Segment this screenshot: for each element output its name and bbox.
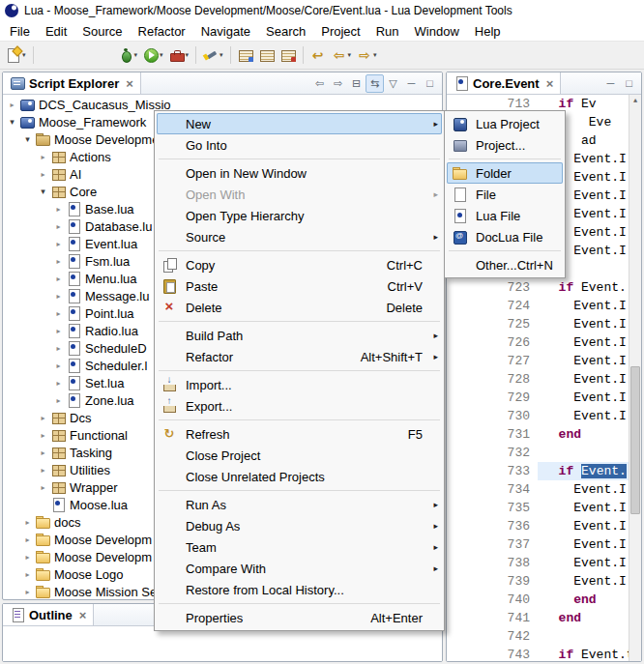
- activate-task-button[interactable]: [278, 43, 299, 67]
- context-menuitem-team[interactable]: Team▸: [157, 536, 442, 558]
- menubar-refactor[interactable]: Refactor: [131, 22, 193, 41]
- new-submenu-item-other[interactable]: Other...Ctrl+N: [447, 254, 563, 275]
- menubar-project[interactable]: Project: [313, 22, 367, 41]
- expander-icon[interactable]: ▸: [51, 274, 66, 283]
- menubar-window[interactable]: Window: [407, 22, 467, 41]
- context-menuitem-open-with[interactable]: Open With▸: [157, 184, 442, 205]
- expander-icon[interactable]: ▸: [51, 361, 66, 370]
- maximize-button[interactable]: □: [620, 74, 638, 93]
- menubar-source[interactable]: Source: [74, 22, 130, 41]
- dropdown-arrow-icon[interactable]: ▾: [22, 51, 26, 59]
- expander-icon[interactable]: ▾: [36, 187, 50, 196]
- forward-button[interactable]: ⇨▾: [354, 43, 380, 67]
- expander-icon[interactable]: ▸: [51, 205, 66, 214]
- code-text[interactable]: Event.I: [538, 315, 629, 333]
- menubar-navigate[interactable]: Navigate: [193, 22, 258, 41]
- expander-icon[interactable]: ▾: [5, 117, 19, 127]
- expander-icon[interactable]: ▸: [51, 240, 66, 248]
- maximize-button[interactable]: □: [421, 74, 439, 93]
- context-menuitem-close-unrelated-projects[interactable]: Close Unrelated Projects: [157, 466, 442, 487]
- expander-icon[interactable]: ▸: [20, 553, 35, 562]
- context-menuitem-export[interactable]: Export...: [157, 395, 442, 417]
- code-text[interactable]: if Event.: [538, 278, 629, 297]
- expander-icon[interactable]: ▸: [51, 292, 66, 301]
- context-menuitem-delete[interactable]: DeleteDelete: [157, 297, 442, 318]
- editor-vertical-scrollbar[interactable]: ▲: [629, 95, 641, 661]
- context-menuitem-open-type-hierarchy[interactable]: Open Type Hierarchy: [157, 205, 442, 226]
- context-menuitem-open-in-new-window[interactable]: Open in New Window: [157, 162, 442, 184]
- code-text[interactable]: end: [538, 425, 629, 444]
- collapse-all-button[interactable]: ⊟: [347, 74, 366, 93]
- code-text[interactable]: Event.I: [538, 389, 629, 407]
- run-button[interactable]: ▾: [140, 43, 166, 67]
- dropdown-arrow-icon[interactable]: ▾: [160, 51, 163, 59]
- task-list-button[interactable]: [256, 43, 278, 67]
- expander-icon[interactable]: ▸: [51, 379, 66, 388]
- view-menu-button[interactable]: ▽: [384, 74, 402, 93]
- menubar-file[interactable]: File: [2, 22, 38, 41]
- context-menuitem-build-path[interactable]: Build Path▸: [157, 325, 442, 346]
- open-task-button[interactable]: [235, 43, 256, 67]
- expander-icon[interactable]: ▸: [20, 570, 35, 579]
- back-button[interactable]: ⇦▾: [329, 43, 355, 67]
- expander-icon[interactable]: ▸: [36, 431, 50, 440]
- context-menuitem-copy[interactable]: CopyCtrl+C: [157, 254, 442, 275]
- new-submenu-item-doclua-file[interactable]: DocLua File: [447, 226, 563, 247]
- tab-core-event[interactable]: Core.Event ×: [447, 72, 561, 94]
- menubar-help[interactable]: Help: [467, 22, 509, 41]
- code-text[interactable]: Event.I: [538, 480, 629, 499]
- code-text[interactable]: Event.I: [538, 535, 629, 554]
- code-text[interactable]: Event.I: [538, 407, 629, 425]
- code-text[interactable]: Event.I: [538, 572, 629, 591]
- expander-icon[interactable]: ▸: [51, 327, 66, 335]
- menubar-search[interactable]: Search: [258, 22, 313, 41]
- context-menuitem-paste[interactable]: PasteCtrl+V: [157, 275, 442, 297]
- code-text[interactable]: Event.I: [538, 517, 629, 535]
- new-submenu-item-folder[interactable]: Folder: [447, 162, 563, 184]
- dropdown-arrow-icon[interactable]: ▾: [373, 51, 377, 59]
- menubar-edit[interactable]: Edit: [38, 22, 74, 41]
- link-with-editor-button[interactable]: ⇆: [366, 74, 384, 93]
- dropdown-arrow-icon[interactable]: ▾: [220, 51, 223, 59]
- scrollbar-thumb[interactable]: [630, 366, 640, 513]
- scroll-up-icon[interactable]: ▲: [629, 95, 641, 107]
- context-menuitem-compare-with[interactable]: Compare With▸: [157, 558, 442, 579]
- expander-icon[interactable]: ▸: [36, 414, 50, 422]
- new-submenu-item-lua-project[interactable]: Lua Project: [447, 113, 563, 134]
- minimize-button[interactable]: ─: [601, 74, 620, 93]
- context-menuitem-run-as[interactable]: Run As▸: [157, 494, 442, 515]
- expander-icon[interactable]: ▾: [20, 134, 35, 144]
- close-icon[interactable]: ×: [546, 77, 554, 90]
- search-button[interactable]: ▾: [200, 43, 226, 67]
- context-menuitem-close-project[interactable]: Close Project: [157, 445, 442, 466]
- context-menuitem-refresh[interactable]: RefreshF5: [157, 423, 442, 445]
- tab-outline[interactable]: Outline ×: [3, 604, 94, 625]
- code-text[interactable]: Event.I: [538, 554, 629, 572]
- code-text[interactable]: if Event.: [538, 462, 629, 480]
- menubar-run[interactable]: Run: [368, 22, 407, 41]
- context-menuitem-go-into[interactable]: Go Into: [157, 134, 442, 156]
- expander-icon[interactable]: ▸: [36, 483, 50, 492]
- code-text[interactable]: Event.I: [538, 297, 629, 315]
- context-menuitem-restore-from-local-history[interactable]: Restore from Local History...: [157, 579, 442, 600]
- minimize-button[interactable]: ─: [402, 74, 421, 93]
- code-text[interactable]: end: [538, 609, 629, 627]
- forward-button[interactable]: ⇨: [329, 74, 347, 93]
- expander-icon[interactable]: ▸: [20, 518, 35, 527]
- expander-icon[interactable]: ▸: [36, 448, 50, 457]
- dropdown-arrow-icon[interactable]: ▾: [348, 51, 352, 59]
- expander-icon[interactable]: ▸: [51, 257, 66, 266]
- context-menuitem-import[interactable]: Import...: [157, 374, 442, 395]
- expander-icon[interactable]: ▸: [51, 344, 66, 353]
- expander-icon[interactable]: ▸: [20, 535, 35, 544]
- expander-icon[interactable]: ▸: [51, 222, 66, 231]
- context-menuitem-new[interactable]: New▸: [157, 113, 442, 134]
- new-submenu-item-project[interactable]: Project...: [447, 134, 563, 156]
- expander-icon[interactable]: ▸: [20, 588, 35, 596]
- dropdown-arrow-icon[interactable]: ▾: [186, 51, 190, 59]
- expander-icon[interactable]: ▸: [36, 466, 50, 475]
- code-text[interactable]: Event.I: [538, 370, 629, 389]
- expander-icon[interactable]: ▸: [51, 396, 66, 405]
- code-text[interactable]: if Event.ta: [538, 646, 629, 661]
- close-icon[interactable]: ×: [126, 77, 133, 90]
